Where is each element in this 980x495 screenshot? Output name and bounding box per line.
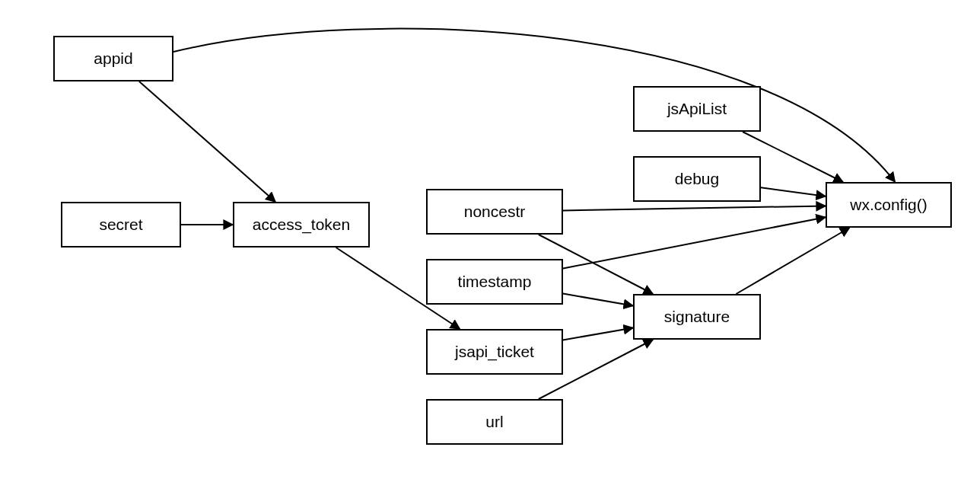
node-wxconfig: wx.config() [826, 182, 952, 228]
node-label: jsApiList [667, 100, 727, 118]
node-url: url [426, 399, 563, 445]
edge-debug-wxconfig [761, 187, 826, 196]
node-label: jsapi_ticket [455, 343, 534, 361]
diagram-canvas: appid secret access_token noncestr times… [0, 0, 980, 495]
edge-jsapi_ticket-signature [563, 328, 633, 340]
node-label: debug [675, 170, 719, 188]
edge-appid-access_token [139, 81, 275, 202]
edge-timestamp-signature [563, 294, 633, 306]
node-label: appid [94, 50, 132, 68]
node-signature: signature [633, 294, 761, 340]
edge-noncestr-wxconfig [563, 206, 826, 210]
node-appid: appid [53, 36, 173, 81]
node-label: noncestr [464, 203, 526, 221]
node-noncestr: noncestr [426, 189, 563, 235]
node-label: access_token [253, 216, 350, 234]
node-jsapilist: jsApiList [633, 86, 761, 132]
node-jsapi-ticket: jsapi_ticket [426, 329, 563, 375]
edge-signature-wxconfig [736, 228, 849, 294]
node-secret: secret [61, 202, 181, 248]
edge-timestamp-wxconfig [563, 217, 826, 268]
node-label: timestamp [458, 273, 532, 291]
node-label: url [485, 413, 503, 431]
node-timestamp: timestamp [426, 259, 563, 305]
node-label: wx.config() [850, 196, 928, 214]
node-debug: debug [633, 156, 761, 202]
node-label: signature [664, 308, 730, 326]
edge-appid-wxconfig [173, 29, 895, 182]
node-label: secret [99, 216, 142, 234]
node-access-token: access_token [233, 202, 370, 248]
